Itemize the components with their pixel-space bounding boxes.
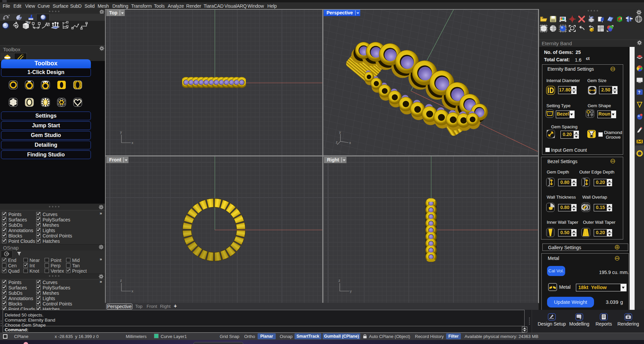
svg-text:x: x (349, 141, 351, 145)
svg-text:y: y (339, 131, 341, 134)
svg-text:z: z (336, 140, 338, 144)
svg-text:y: y (350, 289, 352, 293)
svg-text:z: z (338, 279, 340, 282)
svg-text:y: y (120, 131, 122, 134)
svg-text:x: x (131, 141, 133, 145)
svg-text:z: z (120, 279, 122, 282)
svg-text:?: ? (638, 90, 640, 95)
svg-text:U: U (28, 21, 31, 24)
svg-text:x: x (131, 289, 133, 293)
